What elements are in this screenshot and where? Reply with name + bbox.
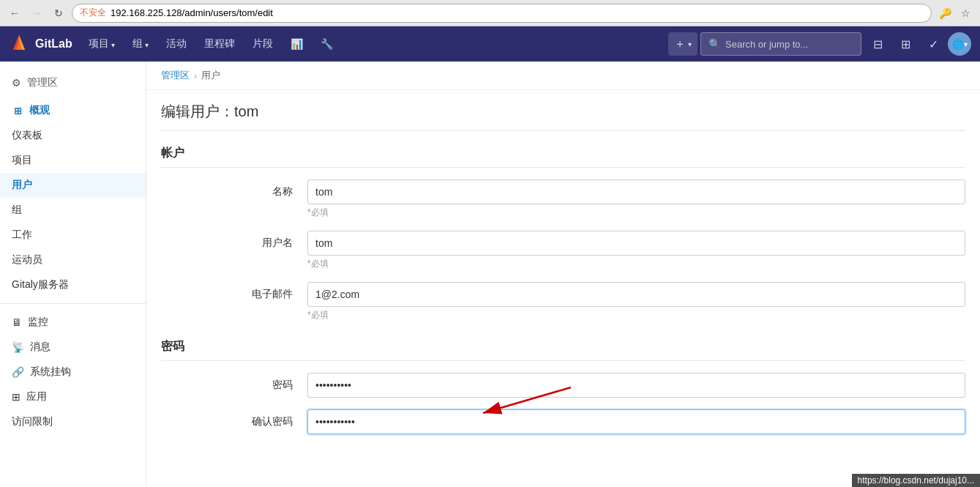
hooks-label: 系统挂钩 [30, 365, 71, 379]
forward-button[interactable]: → [28, 4, 45, 22]
account-section: 帐户 名称 *必填 用户名 *必填 [161, 146, 965, 321]
messages-label: 消息 [30, 341, 51, 354]
breadcrumb-separator: › [194, 70, 197, 81]
security-indicator: 不安全 [80, 7, 106, 19]
sidebar-header-label: 管理区 [27, 76, 58, 89]
dashboard-label: 仪表板 [12, 129, 42, 142]
breadcrumb: 管理区 › 用户 [146, 62, 980, 90]
projects-label: 项目 [12, 154, 32, 167]
sidebar-item-hooks[interactable]: 🔗 系统挂钩 [0, 360, 146, 384]
email-field: *必填 [307, 282, 965, 321]
back-button[interactable]: ← [6, 4, 23, 22]
address-bar[interactable]: 不安全 192.168.225.128/admin/users/tom/edit [72, 4, 932, 23]
jobs-label: 工作 [12, 228, 32, 242]
sidebar-divider-1 [0, 303, 146, 304]
password-field [307, 373, 965, 398]
sidebar-item-dashboard[interactable]: 仪表板 [0, 123, 146, 148]
refresh-button[interactable]: ↻ [50, 4, 67, 22]
sidebar-item-messages[interactable]: 📡 消息 [0, 335, 146, 360]
sidebar-toggle-icon[interactable]: ⊟ [866, 32, 889, 56]
breadcrumb-parent[interactable]: 管理区 [161, 69, 190, 82]
gitlab-logo-text: GitLab [35, 37, 72, 51]
sidebar-item-overview[interactable]: ⊞ 概观 [0, 98, 146, 123]
gitlab-logo[interactable]: GitLab [9, 34, 72, 54]
name-input[interactable] [307, 179, 965, 204]
password-field-row: 密码 [161, 373, 965, 398]
username-field: *必填 [307, 231, 965, 270]
sidebar-item-users[interactable]: 用户 [0, 173, 146, 198]
groups-label: 组 [12, 204, 22, 217]
account-section-title: 帐户 [161, 146, 965, 168]
search-icon: 🔍 [708, 38, 721, 50]
projects-chevron [111, 38, 115, 50]
sidebar-header: ⚙ 管理区 [0, 70, 146, 98]
runners-label: 运动员 [12, 253, 42, 267]
app-icon: ⊞ [12, 391, 20, 403]
browser-bar: ← → ↻ 不安全 192.168.225.128/admin/users/to… [0, 0, 980, 26]
name-label: 名称 [161, 179, 307, 198]
issues-icon[interactable]: ⊞ [894, 32, 917, 56]
message-icon: 📡 [12, 341, 24, 353]
nav-groups[interactable]: 组 [125, 26, 156, 62]
email-field-row: 电子邮件 *必填 [161, 282, 965, 321]
email-required: *必填 [307, 309, 965, 321]
gitaly-label: Gitaly服务器 [12, 278, 69, 291]
username-input[interactable] [307, 231, 965, 256]
status-bar: https://blog.csdn.net/dujaj10... [852, 474, 980, 487]
sidebar-item-groups[interactable]: 组 [0, 198, 146, 223]
page-content: 编辑用户：tom 帐户 名称 *必填 用户名 *必填 [146, 90, 980, 464]
confirm-password-field [307, 409, 965, 434]
name-field-row: 名称 *必填 [161, 179, 965, 219]
address-url: 192.168.225.128/admin/users/tom/edit [111, 7, 273, 18]
sidebar-item-applications[interactable]: ⊞ 应用 [0, 384, 146, 409]
password-section: 密码 密码 [161, 339, 965, 434]
groups-chevron [145, 38, 149, 50]
sidebar-item-jobs[interactable]: 工作 [0, 223, 146, 248]
page-title: 编辑用户：tom [161, 102, 965, 131]
admin-sidebar: ⚙ 管理区 ⊞ 概观 仪表板 项目 用户 组 工作 运动员 Gitaly服务器 [0, 62, 146, 487]
monitor-icon: 🖥 [12, 316, 22, 328]
hook-icon: 🔗 [12, 366, 24, 378]
gitlab-navbar: GitLab 项目 组 活动 里程碑 片段 📊 🔧 ＋ ▾ 🔍 Search o… [0, 26, 980, 62]
nav-wrench[interactable]: 🔧 [313, 26, 340, 62]
bookmark-icon[interactable]: ☆ [957, 4, 974, 22]
nav-snippets[interactable]: 片段 [245, 26, 280, 62]
app-body: ⚙ 管理区 ⊞ 概观 仪表板 项目 用户 组 工作 运动员 Gitaly服务器 [0, 62, 980, 487]
gitlab-logo-svg [9, 34, 29, 54]
password-label: 密码 [161, 373, 307, 392]
password-section-title: 密码 [161, 339, 965, 361]
wrench-icon: ⚙ [12, 77, 21, 89]
confirm-password-field-row: 确认密码 [161, 409, 965, 434]
name-field: *必填 [307, 179, 965, 219]
email-input[interactable] [307, 282, 965, 307]
nav-milestones[interactable]: 里程碑 [197, 26, 242, 62]
nav-chart[interactable]: 📊 [283, 26, 310, 62]
username-field-row: 用户名 *必填 [161, 231, 965, 270]
sidebar-item-gitaly[interactable]: Gitaly服务器 [0, 272, 146, 297]
username-label: 用户名 [161, 231, 307, 250]
overview-icon: ⊞ [12, 105, 23, 116]
users-label: 用户 [12, 179, 32, 192]
todos-icon[interactable]: ✓ [921, 32, 945, 56]
sidebar-item-runners[interactable]: 运动员 [0, 248, 146, 272]
key-icon[interactable]: 🔑 [936, 4, 954, 22]
nav-projects[interactable]: 项目 [81, 26, 122, 62]
browser-actions: 🔑 ☆ [936, 4, 974, 22]
sidebar-item-access[interactable]: 访问限制 [0, 409, 146, 434]
sidebar-item-monitoring[interactable]: 🖥 监控 [0, 310, 146, 335]
user-avatar[interactable]: 🌐 ▾ [948, 32, 971, 56]
search-bar[interactable]: 🔍 Search or jump to... [700, 32, 861, 56]
nav-activity[interactable]: 活动 [159, 26, 194, 62]
confirm-password-input[interactable] [307, 409, 965, 434]
overview-label: 概观 [29, 104, 50, 117]
email-label: 电子邮件 [161, 282, 307, 301]
username-required: *必填 [307, 258, 965, 270]
confirm-password-label: 确认密码 [161, 409, 307, 428]
applications-label: 应用 [26, 390, 47, 404]
main-content: 管理区 › 用户 编辑用户：tom 帐户 名称 *必填 用户名 [146, 62, 980, 487]
status-url: https://blog.csdn.net/dujaj10... [858, 475, 974, 486]
search-placeholder: Search or jump to... [725, 39, 808, 50]
new-button[interactable]: ＋ ▾ [668, 32, 697, 56]
sidebar-item-projects[interactable]: 项目 [0, 148, 146, 173]
password-input[interactable] [307, 373, 965, 398]
